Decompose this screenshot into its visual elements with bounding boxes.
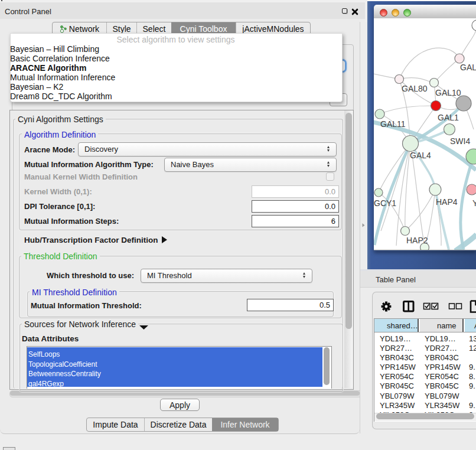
svg-text:GAL2: GAL2 [460, 63, 476, 72]
svg-text:GAL10: GAL10 [435, 88, 461, 97]
svg-text:GCY1: GCY1 [374, 198, 396, 208]
svg-text:GAL11: GAL11 [380, 119, 406, 129]
svg-text:GAL80: GAL80 [402, 84, 428, 93]
svg-text:GAL4: GAL4 [410, 151, 431, 160]
svg-text:SWI4: SWI4 [450, 136, 470, 146]
svg-text:GAL1: GAL1 [438, 113, 459, 122]
svg-text:HAP4: HAP4 [436, 197, 458, 207]
svg-text:HAP2: HAP2 [406, 236, 428, 245]
svg-text:Y: Y [472, 198, 476, 208]
